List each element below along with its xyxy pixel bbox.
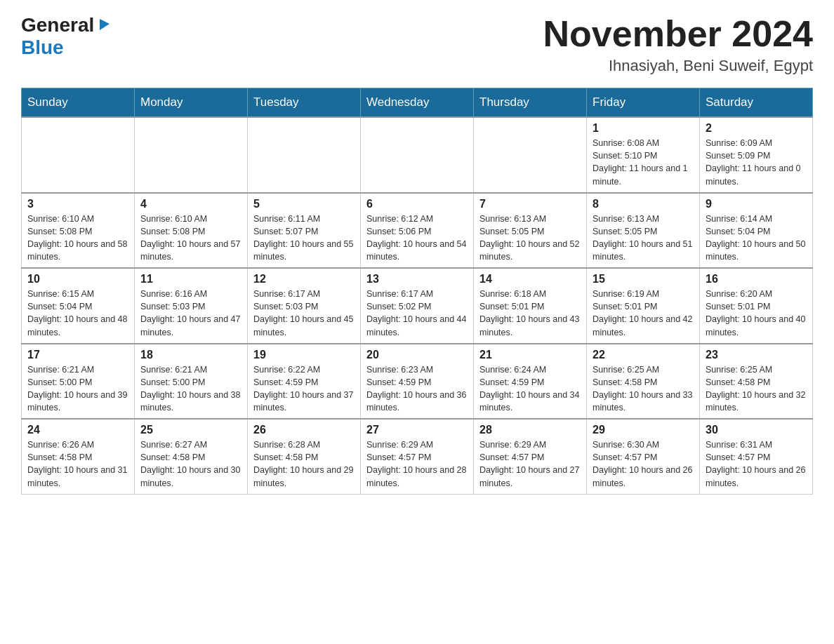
day-number: 12 — [253, 273, 355, 286]
calendar-day: 30Sunrise: 6:31 AMSunset: 4:57 PMDayligh… — [700, 419, 813, 494]
day-number: 23 — [706, 349, 807, 361]
logo: General Blue — [21, 14, 111, 59]
calendar-day — [135, 117, 248, 193]
day-info: Sunrise: 6:29 AMSunset: 4:57 PMDaylight:… — [479, 438, 581, 490]
svg-marker-0 — [100, 19, 110, 30]
day-info: Sunrise: 6:31 AMSunset: 4:57 PMDaylight:… — [706, 438, 807, 490]
day-number: 9 — [706, 198, 807, 210]
logo-triangle-icon — [95, 16, 111, 32]
day-info: Sunrise: 6:25 AMSunset: 4:58 PMDaylight:… — [593, 363, 694, 415]
logo-blue-text: Blue — [21, 36, 64, 59]
day-info: Sunrise: 6:29 AMSunset: 4:57 PMDaylight:… — [366, 438, 468, 490]
day-number: 22 — [593, 349, 694, 361]
calendar-day: 2Sunrise: 6:09 AMSunset: 5:09 PMDaylight… — [700, 117, 813, 193]
page-title: November 2024 — [543, 14, 813, 54]
header-sunday: Sunday — [22, 88, 135, 118]
calendar-day: 10Sunrise: 6:15 AMSunset: 5:04 PMDayligh… — [22, 268, 135, 344]
calendar-day: 7Sunrise: 6:13 AMSunset: 5:05 PMDaylight… — [474, 193, 587, 269]
calendar-day: 8Sunrise: 6:13 AMSunset: 5:05 PMDaylight… — [587, 193, 700, 269]
day-info: Sunrise: 6:15 AMSunset: 5:04 PMDaylight:… — [27, 288, 128, 339]
day-number: 1 — [593, 122, 694, 135]
calendar-day — [474, 117, 587, 193]
day-number: 17 — [27, 349, 128, 361]
calendar-table: Sunday Monday Tuesday Wednesday Thursday… — [21, 88, 813, 495]
day-number: 27 — [366, 424, 468, 436]
calendar-week-1: 1Sunrise: 6:08 AMSunset: 5:10 PMDaylight… — [22, 117, 813, 193]
calendar-day: 17Sunrise: 6:21 AMSunset: 5:00 PMDayligh… — [22, 344, 135, 420]
day-number: 28 — [479, 424, 581, 436]
day-info: Sunrise: 6:27 AMSunset: 4:58 PMDaylight:… — [140, 438, 241, 490]
day-number: 25 — [140, 424, 241, 436]
day-info: Sunrise: 6:21 AMSunset: 5:00 PMDaylight:… — [140, 363, 241, 415]
day-number: 20 — [366, 349, 468, 361]
calendar-day: 11Sunrise: 6:16 AMSunset: 5:03 PMDayligh… — [135, 268, 248, 344]
calendar-day: 22Sunrise: 6:25 AMSunset: 4:58 PMDayligh… — [587, 344, 700, 420]
header-thursday: Thursday — [474, 88, 587, 118]
calendar-week-5: 24Sunrise: 6:26 AMSunset: 4:58 PMDayligh… — [22, 419, 813, 494]
day-number: 10 — [27, 273, 128, 286]
calendar-week-4: 17Sunrise: 6:21 AMSunset: 5:00 PMDayligh… — [22, 344, 813, 420]
day-info: Sunrise: 6:18 AMSunset: 5:01 PMDaylight:… — [479, 288, 581, 339]
day-number: 11 — [140, 273, 241, 286]
logo-general-text: General — [21, 14, 94, 36]
day-info: Sunrise: 6:10 AMSunset: 5:08 PMDaylight:… — [140, 213, 241, 264]
day-number: 3 — [27, 198, 128, 210]
day-number: 29 — [593, 424, 694, 436]
header-tuesday: Tuesday — [248, 88, 361, 118]
header-friday: Friday — [587, 88, 700, 118]
calendar-day: 25Sunrise: 6:27 AMSunset: 4:58 PMDayligh… — [135, 419, 248, 494]
day-info: Sunrise: 6:13 AMSunset: 5:05 PMDaylight:… — [593, 213, 694, 264]
day-info: Sunrise: 6:17 AMSunset: 5:03 PMDaylight:… — [253, 288, 355, 339]
day-info: Sunrise: 6:28 AMSunset: 4:58 PMDaylight:… — [253, 438, 355, 490]
page-header: General Blue November 2024 Ihnasiyah, Be… — [21, 14, 813, 75]
day-info: Sunrise: 6:30 AMSunset: 4:57 PMDaylight:… — [593, 438, 694, 490]
calendar-day: 9Sunrise: 6:14 AMSunset: 5:04 PMDaylight… — [700, 193, 813, 269]
calendar-day: 18Sunrise: 6:21 AMSunset: 5:00 PMDayligh… — [135, 344, 248, 420]
day-info: Sunrise: 6:24 AMSunset: 4:59 PMDaylight:… — [479, 363, 581, 415]
day-number: 26 — [253, 424, 355, 436]
day-number: 14 — [479, 273, 581, 286]
day-info: Sunrise: 6:12 AMSunset: 5:06 PMDaylight:… — [366, 213, 468, 264]
day-info: Sunrise: 6:17 AMSunset: 5:02 PMDaylight:… — [366, 288, 468, 339]
calendar-day: 4Sunrise: 6:10 AMSunset: 5:08 PMDaylight… — [135, 193, 248, 269]
day-number: 21 — [479, 349, 581, 361]
calendar-week-2: 3Sunrise: 6:10 AMSunset: 5:08 PMDaylight… — [22, 193, 813, 269]
calendar-day — [361, 117, 474, 193]
calendar-day: 14Sunrise: 6:18 AMSunset: 5:01 PMDayligh… — [474, 268, 587, 344]
calendar-week-3: 10Sunrise: 6:15 AMSunset: 5:04 PMDayligh… — [22, 268, 813, 344]
calendar-day: 19Sunrise: 6:22 AMSunset: 4:59 PMDayligh… — [248, 344, 361, 420]
day-number: 15 — [593, 273, 694, 286]
day-number: 30 — [706, 424, 807, 436]
day-info: Sunrise: 6:11 AMSunset: 5:07 PMDaylight:… — [253, 213, 355, 264]
header-wednesday: Wednesday — [361, 88, 474, 118]
day-info: Sunrise: 6:19 AMSunset: 5:01 PMDaylight:… — [593, 288, 694, 339]
day-number: 4 — [140, 198, 241, 210]
page-subtitle: Ihnasiyah, Beni Suweif, Egypt — [543, 57, 813, 75]
day-number: 7 — [479, 198, 581, 210]
day-info: Sunrise: 6:21 AMSunset: 5:00 PMDaylight:… — [27, 363, 128, 415]
day-info: Sunrise: 6:26 AMSunset: 4:58 PMDaylight:… — [27, 438, 128, 490]
calendar-day: 5Sunrise: 6:11 AMSunset: 5:07 PMDaylight… — [248, 193, 361, 269]
day-number: 19 — [253, 349, 355, 361]
calendar-day: 16Sunrise: 6:20 AMSunset: 5:01 PMDayligh… — [700, 268, 813, 344]
day-info: Sunrise: 6:25 AMSunset: 4:58 PMDaylight:… — [706, 363, 807, 415]
calendar-day: 26Sunrise: 6:28 AMSunset: 4:58 PMDayligh… — [248, 419, 361, 494]
day-info: Sunrise: 6:23 AMSunset: 4:59 PMDaylight:… — [366, 363, 468, 415]
day-number: 18 — [140, 349, 241, 361]
header-monday: Monday — [135, 88, 248, 118]
header-saturday: Saturday — [700, 88, 813, 118]
day-info: Sunrise: 6:08 AMSunset: 5:10 PMDaylight:… — [593, 137, 694, 188]
title-section: November 2024 Ihnasiyah, Beni Suweif, Eg… — [543, 14, 813, 75]
day-number: 2 — [706, 122, 807, 135]
day-info: Sunrise: 6:14 AMSunset: 5:04 PMDaylight:… — [706, 213, 807, 264]
calendar-day: 23Sunrise: 6:25 AMSunset: 4:58 PMDayligh… — [700, 344, 813, 420]
calendar-day — [22, 117, 135, 193]
day-number: 6 — [366, 198, 468, 210]
calendar-day: 27Sunrise: 6:29 AMSunset: 4:57 PMDayligh… — [361, 419, 474, 494]
day-info: Sunrise: 6:13 AMSunset: 5:05 PMDaylight:… — [479, 213, 581, 264]
calendar-day: 20Sunrise: 6:23 AMSunset: 4:59 PMDayligh… — [361, 344, 474, 420]
day-number: 5 — [253, 198, 355, 210]
calendar-day: 28Sunrise: 6:29 AMSunset: 4:57 PMDayligh… — [474, 419, 587, 494]
day-info: Sunrise: 6:22 AMSunset: 4:59 PMDaylight:… — [253, 363, 355, 415]
calendar-day: 21Sunrise: 6:24 AMSunset: 4:59 PMDayligh… — [474, 344, 587, 420]
